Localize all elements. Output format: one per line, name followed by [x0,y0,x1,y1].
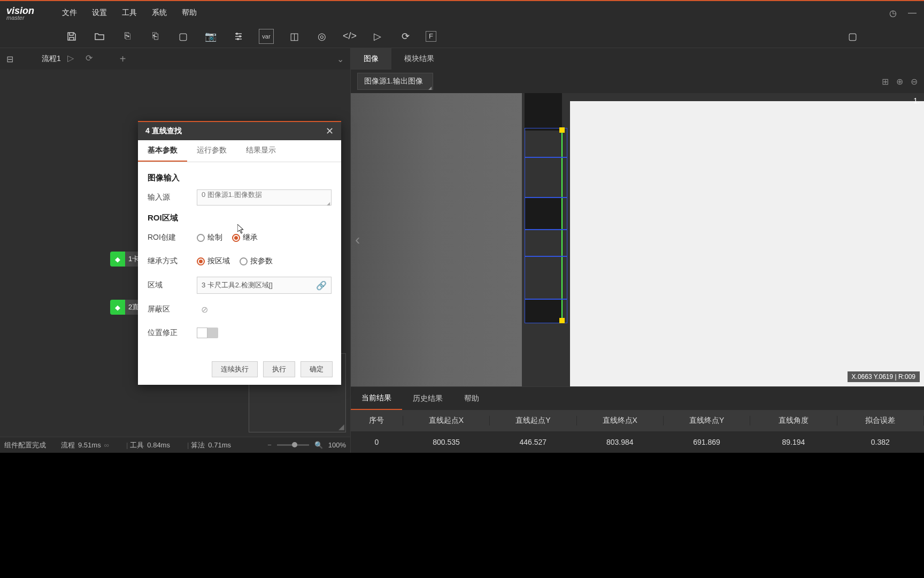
status-tool-label: 工具 [130,440,144,450]
results-tabs: 当前结果 历史结果 帮助 [351,386,924,410]
table-header-row: 序号 直线起点X 直线起点Y 直线终点X 直线终点Y 直线角度 拟合误差 [351,410,924,431]
camera-icon[interactable]: 📷 [203,29,218,44]
dialog-header[interactable]: 4 直线查找 ✕ [138,121,341,140]
resize-handle-icon[interactable]: ◢ [338,422,344,431]
image-tabs: 图像 模块结果 [351,48,924,70]
f-icon[interactable]: F [426,31,436,42]
app-logo: vision master [6,5,49,21]
zoom-value: 100% [328,441,346,449]
prev-image-icon[interactable]: ‹ [355,231,360,248]
svg-point-1 [239,35,241,37]
slider-icon[interactable] [231,29,246,44]
menu-settings[interactable]: 设置 [92,8,107,18]
region-value: 3 卡尺工具2.检测区域[] [202,280,273,290]
dialog-tabs: 基本参数 运行参数 结果显示 [138,140,341,162]
clock-icon[interactable]: ◷ [888,7,898,18]
menu-tools[interactable]: 工具 [122,8,137,18]
cell-error: 0.382 [837,438,924,446]
mask-icon[interactable]: ⊘ [197,303,212,316]
var-icon[interactable]: var [259,29,274,44]
svg-point-0 [236,33,238,35]
input-source-field[interactable]: 0 图像源1.图像数据 [197,189,332,206]
zoom-out-view-icon[interactable]: ⊖ [911,77,918,87]
play-loop-icon[interactable]: ⟳ [398,29,413,44]
image-source-dropdown[interactable]: 图像源1.输出图像 [357,73,433,90]
play-icon[interactable]: ▷ [370,29,385,44]
tab-result-display[interactable]: 结果显示 [236,140,286,162]
grid-icon[interactable]: ⊞ [882,77,889,87]
process-bar: ⊟ 流程1 ▷ ⟳ + ⌄ [0,48,350,70]
roi-box [525,197,567,230]
roi-box [525,230,567,256]
tab-help[interactable]: 帮助 [453,387,490,410]
scale-indicator: 1. [913,96,920,105]
tab-history-result[interactable]: 历史结果 [402,387,453,410]
zoom-in-view-icon[interactable]: ⊕ [896,77,903,87]
link-icon[interactable]: 🔗 [316,280,327,291]
menu-file[interactable]: 文件 [62,8,77,18]
cell-startx: 800.535 [403,438,490,446]
dropdown-icon[interactable]: ⌄ [337,54,344,64]
tab-run-params[interactable]: 运行参数 [187,140,236,162]
export-icon[interactable]: ⎘ [120,29,135,44]
caliper-node-icon: ◆ [110,252,125,267]
toolbar: ⎘ ⎗ ▢ 📷 var ◫ ◎ </> ▷ ⟳ F ▢ [0,25,924,48]
tab-image[interactable]: 图像 [351,48,391,70]
cell-angle: 89.194 [750,438,837,446]
region-field[interactable]: 3 卡尺工具2.检测区域[] 🔗 [197,277,332,294]
execute-button[interactable]: 执行 [263,361,295,377]
tab-current-result[interactable]: 当前结果 [351,387,402,410]
save-icon[interactable] [64,29,79,44]
add-process-icon[interactable]: + [120,53,126,65]
status-flow-label: 流程 [61,440,75,450]
col-angle: 直线角度 [750,416,837,425]
pos-correct-toggle[interactable] [197,328,218,338]
menu-system[interactable]: 系统 [152,8,167,18]
menu-help[interactable]: 帮助 [182,8,197,18]
mask-label: 屏蔽区 [148,305,197,314]
tab-basic-params[interactable]: 基本参数 [138,140,187,162]
app-header: vision master 文件 设置 工具 系统 帮助 ◷ — [0,1,924,25]
tree-icon[interactable]: ⊟ [6,54,16,64]
continuous-execute-button[interactable]: 连续执行 [212,361,258,377]
cell-endy: 691.869 [664,438,750,446]
col-idx: 序号 [351,416,403,425]
radio-by-param[interactable]: 按参数 [240,256,273,266]
open-icon[interactable] [92,29,107,44]
extra-icon[interactable]: ▢ [845,29,860,44]
caliper-point [559,318,565,323]
zoom-out-icon[interactable]: − [267,441,272,449]
roi-create-label: ROI创建 [148,233,197,242]
image-viewport[interactable]: ‹ 1. X.0663 Y.0619 | R:009 [351,93,924,386]
radio-by-region[interactable]: 按区域 [197,256,230,266]
close-icon[interactable]: ✕ [326,125,334,137]
section-image-input: 图像输入 [148,173,332,183]
code-icon[interactable]: </> [342,29,357,44]
monitor-icon[interactable]: ▢ [175,29,190,44]
radio-inherit-label: 继承 [243,233,258,242]
line-find-dialog: 4 直线查找 ✕ 基本参数 运行参数 结果显示 图像输入 输入源 0 图像源1.… [138,121,341,385]
cell-idx: 0 [351,438,403,446]
minimize-icon[interactable]: — [907,7,918,18]
tab-module-result[interactable]: 模块结果 [391,48,447,70]
dialog-title: 4 直线查找 [145,126,182,136]
process-title[interactable]: 流程1 [42,54,61,64]
section-roi: ROI区域 [148,213,332,223]
process-loop-icon[interactable]: ⟳ [86,53,97,65]
col-error: 拟合误差 [837,416,924,425]
zoom-in-icon[interactable]: 🔍 [314,441,323,449]
col-startx: 直线起点X [403,416,490,425]
radio-inherit[interactable]: 继承 [232,233,258,242]
status-tool-time: 0.84ms [147,441,170,449]
radio-draw[interactable]: 绘制 [197,233,222,242]
cell-endx: 803.984 [577,438,664,446]
table-row[interactable]: 0 800.535 446.527 803.984 691.869 89.194… [351,431,924,453]
zoom-slider[interactable] [277,444,309,446]
process-play-icon[interactable]: ▷ [67,53,79,65]
globe-icon[interactable]: ◎ [314,29,329,44]
confirm-button[interactable]: 确定 [301,361,333,377]
import-icon[interactable]: ⎗ [148,29,163,44]
coordinate-overlay: X.0663 Y.0619 | R:009 [848,371,920,382]
status-algo-time: 0.71ms [208,441,231,449]
layout-icon[interactable]: ◫ [287,29,302,44]
